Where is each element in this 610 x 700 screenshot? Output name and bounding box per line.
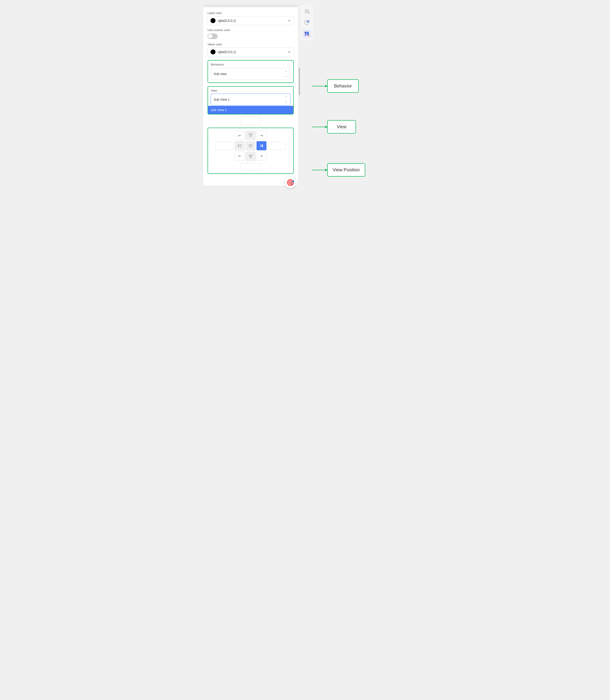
scrollbar[interactable]	[299, 68, 300, 95]
bottom-logo: 🎯	[285, 177, 296, 188]
view-position-annotation-label: View Position	[333, 167, 360, 172]
view-position-annotation-container: View Position	[312, 163, 365, 177]
sidebar-style-icon[interactable]	[303, 30, 311, 38]
svg-rect-2	[250, 135, 252, 136]
svg-line-22	[309, 13, 309, 13]
svg-rect-4	[238, 144, 239, 147]
svg-rect-17	[250, 158, 252, 158]
svg-rect-10	[249, 147, 253, 147]
behavior-annotation-label: Behavior	[334, 83, 352, 89]
position-right-input-group: ▲ ▼	[268, 142, 286, 149]
svg-rect-16	[250, 157, 252, 157]
pos-bot-center-btn[interactable]	[246, 152, 256, 161]
label-color-label: Label color	[208, 11, 294, 15]
svg-rect-13	[262, 144, 263, 147]
view-position-section: ⌐ ⌐	[208, 128, 294, 174]
view-chevron-icon: ⌃⌄	[285, 96, 288, 103]
pos-mid-left-btn[interactable]	[235, 141, 245, 150]
pos-bot-center-icon	[248, 154, 253, 159]
position-grid: ⌐ ⌐	[211, 131, 290, 171]
view-position-arrow-head	[325, 169, 327, 171]
view-position-annotation-box: View Position	[327, 163, 365, 177]
behavior-annotation-container: Behavior	[312, 79, 359, 93]
svg-text:⚡: ⚡	[308, 21, 309, 22]
position-center-grid	[235, 141, 267, 150]
offset-bottom-input[interactable]	[241, 164, 261, 170]
view-annotation-label: View	[337, 124, 347, 129]
view-annotation-box: View	[327, 120, 356, 133]
sidebar-chart-icon[interactable]: ⚡	[303, 18, 311, 27]
offset-top-input[interactable]	[241, 117, 261, 124]
label-color-edit-icon[interactable]: ✏	[288, 19, 291, 23]
svg-rect-27	[305, 34, 306, 36]
behavior-annotation-box: Behavior	[327, 79, 359, 93]
use-custom-color-toggle-wrapper	[208, 34, 294, 39]
behaviour-select-value: Sub view	[214, 72, 227, 76]
value-color-swatch	[210, 49, 215, 54]
value-color-edit-icon[interactable]: ✏	[288, 50, 291, 54]
svg-rect-18	[305, 10, 309, 10]
pos-top-center-btn[interactable]	[246, 131, 256, 140]
behaviour-select[interactable]: Sub view ⌃⌄	[211, 68, 290, 80]
offset-top-row: ▲ ▼	[208, 117, 294, 125]
sidebar-settings-icon[interactable]	[303, 7, 311, 15]
top-bar	[203, 4, 298, 7]
view-dropdown-option[interactable]: Sub View 1	[208, 106, 293, 114]
value-color-value: rgba(0,0,0,1)	[218, 50, 286, 54]
pos-top-center-icon	[248, 133, 253, 138]
position-top-row: ⌐ ⌐	[235, 131, 267, 140]
svg-rect-11	[260, 144, 261, 147]
svg-rect-0	[248, 133, 253, 134]
behavior-arrow-head	[325, 85, 327, 88]
properties-panel: Label color rgba(0,0,0,1) ✏ Use custom c…	[203, 4, 298, 186]
svg-rect-9	[249, 145, 253, 146]
view-label: View	[208, 86, 293, 94]
behaviour-section: Behaviour Sub view ⌃⌄	[208, 60, 294, 83]
position-left-input-group: ▲ ▼	[215, 142, 234, 149]
svg-point-29	[308, 35, 309, 36]
offset-bottom-input-group: ▲ ▼	[240, 163, 261, 171]
label-color-value: rgba(0,0,0,1)	[218, 19, 286, 22]
pos-mid-right-icon	[259, 143, 264, 148]
pos-top-left-btn[interactable]: ⌐	[235, 131, 245, 140]
pos-bot-right-btn[interactable]: ⌐	[257, 152, 267, 161]
svg-rect-7	[239, 147, 242, 147]
use-custom-color-toggle[interactable]	[208, 34, 218, 39]
pos-top-right-btn[interactable]: ⌐	[257, 131, 267, 140]
svg-rect-3	[250, 136, 252, 137]
svg-rect-14	[248, 155, 253, 155]
svg-rect-19	[305, 11, 309, 11]
view-select[interactable]: Sub View 1 ⌃⌄	[211, 94, 290, 106]
svg-rect-20	[305, 12, 307, 13]
svg-rect-28	[307, 32, 309, 35]
label-color-field[interactable]: rgba(0,0,0,1) ✏	[208, 16, 294, 25]
behaviour-label: Behaviour	[211, 63, 290, 66]
position-left-input[interactable]	[215, 143, 234, 149]
behaviour-chevron-icon: ⌃⌄	[285, 70, 288, 78]
svg-rect-6	[239, 145, 242, 146]
svg-rect-8	[249, 144, 253, 145]
view-arrow-line	[312, 127, 325, 127]
svg-rect-5	[239, 144, 242, 145]
pos-mid-center-btn[interactable]	[246, 141, 256, 150]
svg-rect-12	[261, 144, 261, 147]
view-section: View Sub View 1 ⌃⌄ Sub View 1	[208, 86, 294, 114]
offset-top-input-group: ▲ ▼	[240, 117, 261, 125]
pos-mid-right-btn[interactable]	[257, 141, 267, 150]
behavior-arrow-line	[312, 86, 325, 86]
pos-mid-center-icon	[248, 143, 253, 148]
use-custom-color-label: Use custom color	[208, 28, 294, 32]
view-select-value: Sub View 1	[214, 98, 230, 101]
toggle-knob	[208, 34, 212, 38]
position-bottom-row: ⌐ ⌐	[235, 152, 267, 161]
pos-mid-left-icon	[238, 143, 242, 148]
right-sidebar: ⚡	[301, 4, 313, 41]
svg-rect-1	[248, 134, 253, 135]
view-annotation-container: View	[312, 120, 356, 133]
view-position-arrow-line	[312, 170, 325, 170]
pos-bot-left-btn[interactable]: ⌐	[235, 152, 245, 161]
svg-rect-15	[248, 156, 253, 156]
value-color-field[interactable]: rgba(0,0,0,1) ✏	[208, 47, 294, 57]
position-right-input[interactable]	[268, 143, 286, 149]
position-middle-row: ▲ ▼	[215, 141, 286, 150]
